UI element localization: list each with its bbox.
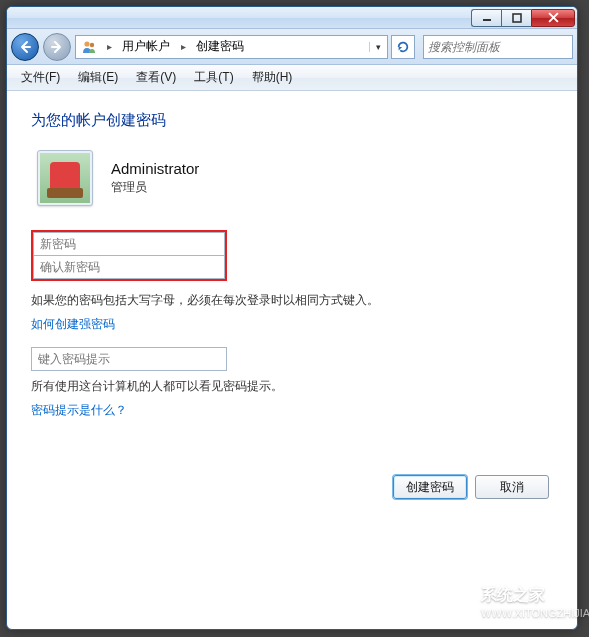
breadcrumb-segment[interactable]: 用户帐户 [116,36,176,58]
user-name-label: Administrator [111,160,199,177]
back-arrow-icon [18,40,32,54]
create-password-button[interactable]: 创建密码 [393,475,467,499]
breadcrumb-separator-icon: ▸ [102,36,116,58]
svg-rect-1 [513,14,521,22]
breadcrumb-separator-icon: ▸ [176,36,190,58]
breadcrumb-segment[interactable]: 创建密码 [190,36,250,58]
avatar-image [40,153,90,203]
forward-button[interactable] [43,33,71,61]
content-area: 为您的帐户创建密码 Administrator 管理员 如果您的密码包括大写字母… [7,91,577,519]
title-bar [7,7,577,29]
svg-point-2 [84,41,89,46]
password-input-group-highlighted [31,230,227,281]
cancel-button[interactable]: 取消 [475,475,549,499]
user-avatar [37,150,93,206]
menu-edit[interactable]: 编辑(E) [70,66,126,89]
menu-help[interactable]: 帮助(H) [244,66,301,89]
search-box[interactable] [423,35,573,59]
menu-bar: 文件(F) 编辑(E) 查看(V) 工具(T) 帮助(H) [7,65,577,91]
password-hint-whatis-link[interactable]: 密码提示是什么？ [31,402,553,419]
close-button[interactable] [531,9,575,27]
forward-arrow-icon [50,40,64,54]
new-password-field[interactable] [33,232,225,256]
user-accounts-icon [80,38,98,56]
caps-warning-text: 如果您的密码包括大写字母，必须在每次登录时以相同方式键入。 [31,291,553,310]
navigation-bar: ▸ 用户帐户 ▸ 创建密码 ▾ [7,29,577,65]
menu-tools[interactable]: 工具(T) [186,66,241,89]
svg-point-3 [90,42,94,46]
confirm-password-field[interactable] [33,255,225,279]
menu-file[interactable]: 文件(F) [13,66,68,89]
search-input[interactable] [428,40,578,54]
control-panel-window: ▸ 用户帐户 ▸ 创建密码 ▾ 文件(F) 编辑(E) 查看(V) 工具(T) … [6,6,578,630]
maximize-icon [512,13,522,23]
close-icon [548,12,559,23]
hint-visibility-warning: 所有使用这台计算机的人都可以看见密码提示。 [31,377,553,396]
page-title: 为您的帐户创建密码 [31,111,553,130]
refresh-icon [396,40,410,54]
action-buttons-row: 创建密码 取消 [31,475,553,499]
refresh-button[interactable] [391,35,415,59]
back-button[interactable] [11,33,39,61]
minimize-icon [482,13,492,23]
menu-view[interactable]: 查看(V) [128,66,184,89]
address-dropdown-button[interactable]: ▾ [369,42,387,52]
password-hint-field[interactable] [31,347,227,371]
user-info-block: Administrator 管理员 [31,150,553,206]
user-role-label: 管理员 [111,179,199,196]
maximize-button[interactable] [501,9,531,27]
strong-password-link[interactable]: 如何创建强密码 [31,316,553,333]
svg-rect-0 [483,19,491,21]
minimize-button[interactable] [471,9,501,27]
address-breadcrumb[interactable]: ▸ 用户帐户 ▸ 创建密码 ▾ [75,35,388,59]
